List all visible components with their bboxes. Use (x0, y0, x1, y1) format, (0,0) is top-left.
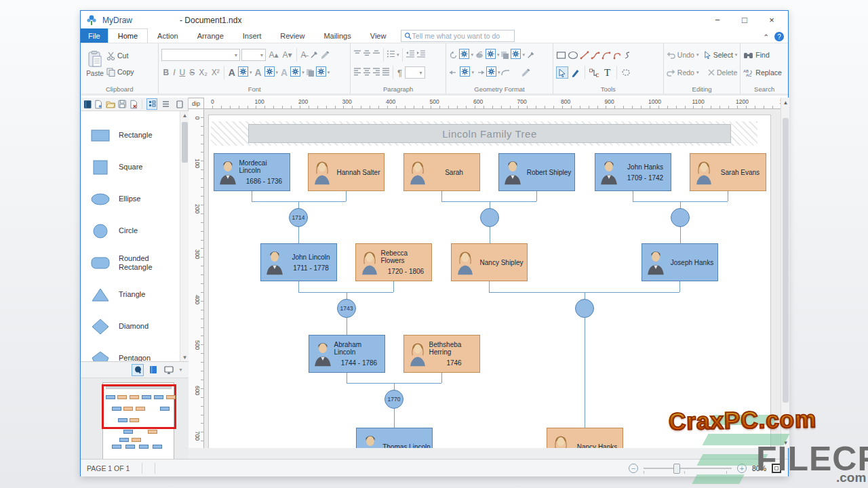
line-tool-icon[interactable] (580, 51, 589, 60)
text-fill-settings-button[interactable] (238, 66, 248, 79)
italic-button[interactable]: I (172, 68, 176, 77)
zoom-out-button[interactable]: − (629, 464, 638, 473)
library-book-icon[interactable] (83, 100, 92, 109)
shape-item-diamond[interactable]: Diamond (81, 310, 179, 342)
shape-shadow-settings-button[interactable] (511, 49, 521, 62)
ellipse-tool-icon[interactable] (568, 51, 578, 60)
marriage-node[interactable] (671, 208, 690, 227)
clear-formatting-button[interactable]: A̶ (300, 50, 308, 60)
new-library-icon[interactable] (94, 100, 102, 109)
superscript-button[interactable]: X² (210, 68, 221, 77)
open-library-icon[interactable] (106, 100, 115, 108)
select-button[interactable]: Select▾ (704, 48, 738, 62)
align-top-button[interactable] (353, 49, 361, 61)
marriage-node[interactable] (480, 208, 499, 227)
corner-rounding-icon[interactable] (501, 69, 510, 77)
delete-button[interactable]: Delete (708, 66, 737, 79)
rectangle-tool-icon[interactable] (556, 51, 566, 60)
begin-arrow-settings-button[interactable] (460, 66, 470, 79)
tab-arrange[interactable]: Arrange (188, 28, 233, 43)
text-stroke-settings-button[interactable] (264, 66, 275, 79)
person-box-sarah-evans[interactable]: Sarah Evans (690, 153, 766, 191)
tab-mailings[interactable]: Mailings (314, 28, 360, 43)
pan-options-caret-icon[interactable]: ▼ (178, 367, 183, 372)
shape-item-triangle[interactable]: Triangle (81, 279, 179, 310)
pilcrow-button[interactable]: ¶ (396, 68, 403, 78)
align-center-button[interactable] (363, 66, 371, 79)
person-box-rebecca-flowers[interactable]: Rebecca Flowers1720 - 1806 (355, 243, 432, 281)
person-box-nancy-hanks[interactable]: Nancy Hanks (547, 428, 623, 448)
thumbnails-view-button[interactable] (146, 98, 157, 110)
end-arrow-settings-button[interactable] (486, 66, 496, 79)
shape-fill-icon[interactable] (475, 51, 484, 59)
shape-list-scrollbar[interactable]: ▲ ▼ (180, 111, 189, 362)
scroll-down-icon[interactable]: ▼ (180, 354, 189, 361)
begin-arrow-icon[interactable] (449, 69, 458, 77)
canvas-vertical-scrollbar[interactable]: ▲ ▼ (781, 98, 789, 448)
marriage-node-1743[interactable]: 1743 (337, 299, 356, 318)
marriage-node[interactable] (575, 299, 594, 318)
text-tool-button[interactable]: T (601, 66, 614, 79)
geometry-fill-settings-button[interactable] (459, 49, 469, 62)
collapse-ribbon-icon[interactable]: ⌃ (764, 33, 769, 41)
scroll-up-icon[interactable]: ▲ (180, 113, 189, 119)
tellme-search-input[interactable] (412, 32, 512, 40)
strikethrough-button[interactable]: S (188, 68, 196, 77)
copy-button[interactable]: Copy (106, 65, 134, 79)
font-size-select[interactable]: ▼ (241, 49, 266, 61)
text-effect-button[interactable]: A (279, 67, 289, 78)
tab-view[interactable]: View (361, 28, 396, 43)
remove-library-icon[interactable] (130, 100, 138, 109)
minimap[interactable] (81, 378, 189, 459)
monitor-preview-button[interactable] (163, 364, 175, 376)
pointer-tool-button[interactable] (556, 66, 568, 79)
text-effect-settings-button[interactable] (290, 66, 300, 79)
bold-button[interactable]: B (161, 68, 170, 77)
replace-button[interactable]: ABAC Replace (743, 66, 782, 79)
pen-tool-button[interactable] (570, 66, 582, 79)
rotate-shape-icon[interactable] (449, 51, 458, 60)
tab-insert[interactable]: Insert (233, 28, 271, 43)
shape-fill-settings-button[interactable] (486, 49, 496, 62)
align-middle-button[interactable] (363, 49, 371, 61)
undo-button[interactable]: Undo▾ (667, 48, 699, 62)
person-box-bethsheba-herring[interactable]: Bethsheba Herring1746 (403, 335, 480, 373)
maximize-button[interactable]: □ (731, 11, 758, 29)
increase-indent-button[interactable] (416, 49, 426, 61)
tab-file[interactable]: File (81, 28, 108, 43)
line-spacing-select[interactable]: ▼ (405, 66, 425, 79)
zoom-slider-handle[interactable] (673, 464, 680, 474)
shape-item-rect[interactable]: Rectangle (81, 119, 179, 151)
decrease-indent-button[interactable] (406, 49, 415, 61)
canvas-scroll-up-icon[interactable]: ▲ (781, 100, 790, 106)
person-box-nancy-shipley[interactable]: Nancy Shipley (451, 243, 528, 281)
end-arrow-icon[interactable] (475, 69, 485, 77)
tab-action[interactable]: Action (148, 28, 188, 43)
align-bottom-button[interactable] (372, 49, 380, 61)
person-box-john-hanks[interactable]: John Hanks1709 - 1742 (595, 153, 671, 191)
curve-tool-icon[interactable] (612, 51, 622, 60)
person-box-john-lincoln[interactable]: John Lincoln1711 - 1778 (260, 243, 337, 281)
text-outline-button[interactable]: A (253, 67, 262, 78)
cut-button[interactable]: Cut (106, 49, 134, 62)
tellme-search-box[interactable] (401, 30, 515, 42)
format-painter-icon[interactable] (320, 51, 330, 60)
text-shadow-icon[interactable] (306, 68, 315, 77)
person-box-thomas-lincoln[interactable]: Thomas Lincoln (356, 428, 433, 448)
find-button[interactable]: Find (743, 48, 769, 62)
font-color-button[interactable]: A (227, 67, 237, 78)
scurve-tool-icon[interactable] (591, 51, 600, 60)
person-box-mordecai-lincoln[interactable]: Mordecai Lincoln1686 - 1736 (214, 153, 290, 191)
align-left-button[interactable] (353, 66, 361, 79)
minimize-button[interactable]: − (704, 11, 731, 29)
arc-tool-icon[interactable] (601, 51, 611, 60)
shrink-font-button[interactable]: A▾ (281, 50, 293, 60)
drawing-canvas[interactable]: Lincoln Family Tree 171417431770Mordecai… (204, 109, 781, 448)
underline-button[interactable]: U (178, 68, 186, 77)
pages-preview-button[interactable] (147, 364, 159, 376)
shape-shadow-icon[interactable] (500, 51, 509, 60)
shape-item-circle[interactable]: Circle (81, 215, 179, 247)
marriage-node-1714[interactable]: 1714 (289, 208, 308, 227)
eyedropper-icon[interactable] (309, 50, 319, 60)
scrollbar-thumb[interactable] (182, 122, 188, 163)
